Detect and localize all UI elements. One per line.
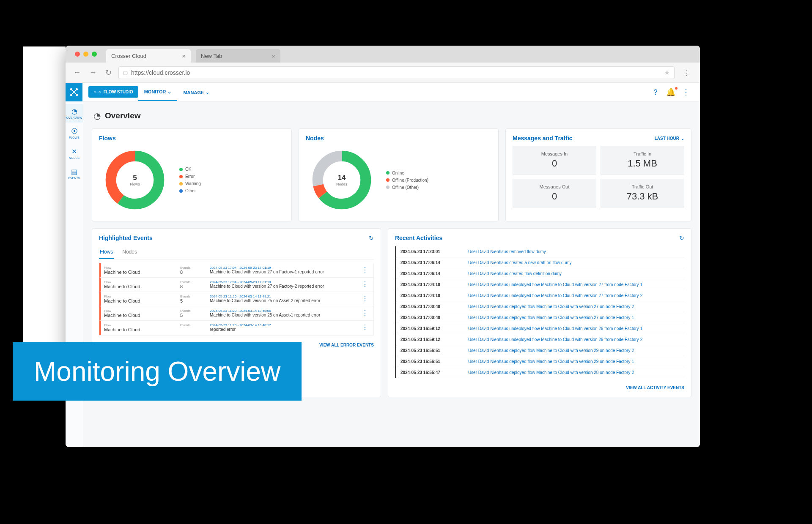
browser-tab-inactive[interactable]: New Tab × [196,49,280,63]
event-flow: Machine to Cloud [104,284,180,289]
close-tab-icon[interactable]: × [182,52,186,60]
browser-menu-icon[interactable]: ⋮ [680,68,694,77]
close-tab-icon[interactable]: × [272,52,275,60]
activity-row[interactable]: 2024-05-23 17:04:10User David Nienhaus u… [395,290,684,301]
recent-activities-card: Recent Activities ↻ 2024-05-23 17:23:01U… [388,228,691,397]
event-time: 2024-05-23 11:20 - 2024-03-14 13:48:21 [210,295,360,298]
browser-tab-active[interactable]: Crosser Cloud × [106,49,191,63]
activity-message: User David Nienhaus undeployed flow Mach… [468,326,642,331]
event-flow: Machine to Cloud [104,298,180,303]
event-message: Machine to Cloud with version 27 on Fact… [210,270,360,274]
row-menu-icon[interactable]: ⋮ [360,295,370,303]
event-row[interactable]: FlowMachine to Cloud Events8 2024-05-23 … [99,263,373,278]
activity-time: 2024-05-23 16:55:47 [401,370,455,375]
event-flow: Machine to Cloud [104,313,180,318]
activity-row[interactable]: 2024-05-23 17:06:14User David Nienhaus c… [395,257,684,268]
flows-card: Flows 5 Flows OKErrorWarningOther [92,128,292,221]
activity-row[interactable]: 2024-05-23 17:04:10User David Nienhaus u… [395,279,684,290]
nav-label: MONITOR [144,89,166,94]
card-title: Flows [99,135,285,142]
tab-flows[interactable]: Flows [99,246,114,259]
row-menu-icon[interactable]: ⋮ [360,323,370,332]
row-menu-icon[interactable]: ⋮ [360,266,370,275]
back-icon[interactable]: ← [71,66,82,79]
view-all-activities-link[interactable]: VIEW ALL ACTIVITY EVENTS [626,385,684,390]
activity-time: 2024-05-23 17:04:10 [401,282,455,287]
events-list[interactable]: FlowMachine to Cloud Events8 2024-05-23 … [99,263,374,336]
activity-row[interactable]: 2024-05-23 16:56:51User David Nienhaus d… [395,345,684,356]
event-count: 8 [180,270,210,275]
more-icon[interactable]: ⋮ [679,87,693,97]
minimize-window-icon[interactable] [83,52,88,57]
event-row[interactable]: FlowMachine to Cloud Events 2024-05-23 1… [99,321,373,335]
nodes-donut-chart: 14 Nodes [310,148,373,212]
event-time: 2024-05-23 17:04 - 2024-05-23 17:01:18 [210,280,360,284]
event-count: 5 [180,298,210,303]
summary-row: Flows 5 Flows OKErrorWarningOther [92,128,691,221]
flows-icon: ⦿ [66,128,83,135]
nav-manage[interactable]: MANAGE ⌄ [177,84,215,100]
time-range-selector[interactable]: LAST HOUR ⌄ [655,136,684,141]
event-time: 2024-05-23 11:20 - 2024-03-14 13:48:17 [210,323,360,327]
forward-icon[interactable]: → [88,66,99,79]
tab-title: Crosser Cloud [111,53,146,59]
activity-row[interactable]: 2024-05-23 17:23:01User David Nienhaus r… [395,246,684,257]
maximize-window-icon[interactable] [92,52,97,57]
nodes-icon: ✕ [66,147,83,156]
activity-row[interactable]: 2024-05-23 16:59:12User David Nienhaus u… [395,323,684,334]
page-title: Overview [105,111,141,120]
nodes-legend: OnlineOffline (Production)Offline (Other… [386,171,428,190]
row-menu-icon[interactable]: ⋮ [360,309,370,318]
window-controls [71,46,101,63]
col-label: Events [180,295,210,298]
event-row[interactable]: FlowMachine to Cloud Events5 2024-05-23 … [99,292,373,306]
nodes-count: 14 [338,174,346,182]
rail-item-nodes[interactable]: ✕NODES [66,144,83,163]
flow-studio-button[interactable]: ○–○ FLOW STUDIO [88,86,138,98]
activity-row[interactable]: 2024-05-23 17:00:40User David Nienhaus d… [395,301,684,312]
legend-label: OK [185,167,191,172]
event-row[interactable]: FlowMachine to Cloud Events5 2024-05-23 … [99,306,373,321]
legend-label: Offline (Production) [392,178,428,183]
range-label: LAST HOUR [655,136,679,141]
nav-monitor[interactable]: MONITOR ⌄ [138,83,178,101]
event-row[interactable]: FlowMachine to Cloud Events8 2024-05-23 … [99,278,373,292]
legend-item: Offline (Production) [386,178,428,183]
event-flow: Machine to Cloud [104,270,180,275]
site-info-icon: ▢ [123,70,128,76]
event-time: 2024-05-23 17:04 - 2024-05-23 17:01:19 [210,266,360,270]
activity-time: 2024-05-23 17:23:01 [401,249,455,254]
metric-value: 1.5 MB [606,158,679,169]
refresh-icon[interactable]: ↻ [369,235,374,241]
nodes-card: Nodes 14 Nodes OnlineOffline (Production… [299,128,499,221]
refresh-icon[interactable]: ↻ [679,235,684,241]
decorative-stripe [23,46,66,363]
activity-row[interactable]: 2024-05-23 17:00:40User David Nienhaus d… [395,312,684,323]
reload-icon[interactable]: ↻ [104,66,113,79]
tab-nodes[interactable]: Nodes [121,246,138,259]
activity-row[interactable]: 2024-05-23 16:56:51User David Nienhaus d… [395,356,684,367]
row-menu-icon[interactable]: ⋮ [360,280,370,289]
metric-value: 0 [518,191,591,202]
activity-message: User David Nienhaus removed flow dumy [468,249,546,254]
activity-time: 2024-05-23 16:59:12 [401,326,455,331]
activity-row[interactable]: 2024-05-23 17:06:14User David Nienhaus c… [395,268,684,279]
rail-label: NODES [69,156,80,159]
rail-item-overview[interactable]: ◔OVERVIEW [66,104,83,123]
url-input[interactable]: ▢ https://cloud.crosser.io ★ [118,66,675,79]
rail-item-flows[interactable]: ⦿FLOWS [66,124,83,142]
rail-item-events[interactable]: ▤EVENTS [66,164,83,183]
notifications-icon[interactable]: 🔔 [663,87,679,97]
col-label: Flow [104,309,180,313]
brand-logo[interactable] [66,83,82,101]
legend-item: Offline (Other) [386,185,428,190]
bookmark-icon[interactable]: ★ [664,68,670,76]
close-window-icon[interactable] [75,52,80,57]
metric-tile: Messages Out0 [513,179,596,207]
activity-row[interactable]: 2024-05-23 16:55:47User David Nienhaus d… [395,367,684,378]
activity-row[interactable]: 2024-05-23 16:59:12User David Nienhaus u… [395,334,684,345]
view-all-errors-link[interactable]: VIEW ALL ERROR EVENTS [319,343,374,347]
col-label: Events [180,323,210,327]
legend-item: Error [179,174,201,179]
help-icon[interactable]: ？ [648,87,663,97]
